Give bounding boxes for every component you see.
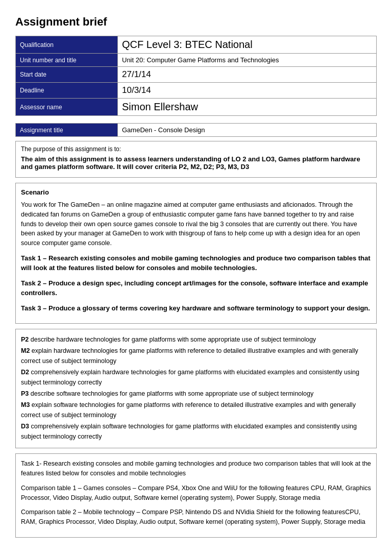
start-date-label: Start date xyxy=(16,67,118,83)
assessor-value: Simon Ellershaw xyxy=(118,99,377,116)
criteria-d3: D3 comprehensively explain software tech… xyxy=(21,421,371,442)
scenario-box: Scenario You work for The GameDen – an o… xyxy=(15,183,377,324)
info-table: Qualification QCF Level 3: BTEC National… xyxy=(15,36,377,116)
comp1-detail: Comparison table 1 – Games consoles – Co… xyxy=(21,484,371,503)
purpose-body: The aim of this assignment is to assess … xyxy=(21,155,371,171)
criteria-d2-text: comprehensively explain hardware technol… xyxy=(21,369,359,386)
unit-number-label: Unit number and title xyxy=(16,54,118,67)
assignment-title-value: GameDen - Console Design xyxy=(118,124,377,137)
task1-detail: Task 1- Research existing consoles and m… xyxy=(21,459,371,478)
tasks-box: Task 1- Research existing consoles and m… xyxy=(15,453,377,538)
deadline-value: 10/3/14 xyxy=(118,83,377,99)
task2-description: Task 2 – Produce a design spec, includin… xyxy=(21,278,371,298)
assessor-label: Assessor name xyxy=(16,99,118,116)
table-row: Assignment title GameDen - Console Desig… xyxy=(16,124,377,137)
criteria-p2-text: describe hardware technologies for game … xyxy=(29,336,316,343)
criteria-p3-text: describe software technologies for game … xyxy=(29,390,313,397)
criteria-box: P2 describe hardware technologies for ga… xyxy=(15,329,377,448)
criteria-m2-code: M2 xyxy=(21,347,30,354)
table-row: Unit number and title Unit 20: Computer … xyxy=(16,54,377,67)
comp1-label: Comparison table 1 – Games consoles xyxy=(21,485,131,492)
start-date-value: 27/1/14 xyxy=(118,67,377,83)
deadline-label: Deadline xyxy=(16,83,118,99)
criteria-d3-text: comprehensively explain software technol… xyxy=(21,423,357,440)
criteria-p3: P3 describe software technologies for ga… xyxy=(21,389,371,399)
comp2-detail: Comparison table 2 – Mobile technology –… xyxy=(21,508,371,527)
task3-description: Task 3 – Produce a glossary of terms cov… xyxy=(21,303,371,313)
assignment-title-label: Assignment title xyxy=(16,124,118,137)
table-row: Start date 27/1/14 xyxy=(16,67,377,83)
criteria-d3-code: D3 xyxy=(21,423,29,430)
comp2-label: Comparison table 2 – Mobile technology xyxy=(21,509,135,516)
scenario-body: You work for The GameDen – an online mag… xyxy=(21,200,371,248)
criteria-m3-text: explain software technologies for game p… xyxy=(21,401,356,419)
criteria-m3: M3 explain software technologies for gam… xyxy=(21,400,371,420)
criteria-d2: D2 comprehensively explain hardware tech… xyxy=(21,367,371,388)
criteria-p2: P2 describe hardware technologies for ga… xyxy=(21,334,371,345)
task1-detail-body: Research existing consoles and mobile ga… xyxy=(21,460,371,477)
scenario-title: Scenario xyxy=(21,188,371,196)
qualification-value: QCF Level 3: BTEC National xyxy=(118,36,377,54)
criteria-m3-code: M3 xyxy=(21,401,30,408)
unit-number-value: Unit 20: Computer Game Platforms and Tec… xyxy=(118,54,377,67)
criteria-p2-code: P2 xyxy=(21,336,29,343)
table-row: Assessor name Simon Ellershaw xyxy=(16,99,377,116)
criteria-d2-code: D2 xyxy=(21,369,29,376)
criteria-m2: M2 explain hardware technologies for gam… xyxy=(21,346,371,366)
purpose-box: The purpose of this assignment is to: Th… xyxy=(15,141,377,178)
table-row: Qualification QCF Level 3: BTEC National xyxy=(16,36,377,54)
criteria-p3-code: P3 xyxy=(21,390,29,397)
purpose-intro: The purpose of this assignment is to: xyxy=(21,146,371,153)
qualification-label: Qualification xyxy=(16,36,118,54)
table-row: Deadline 10/3/14 xyxy=(16,83,377,99)
assignment-title-table: Assignment title GameDen - Console Desig… xyxy=(15,123,377,137)
criteria-m2-text: explain hardware technologies for game p… xyxy=(21,347,358,365)
task1-description: Task 1 – Research existing consoles and … xyxy=(21,253,371,273)
task1-detail-label: Task 1- xyxy=(21,460,41,467)
page-title: Assignment brief xyxy=(15,15,377,29)
